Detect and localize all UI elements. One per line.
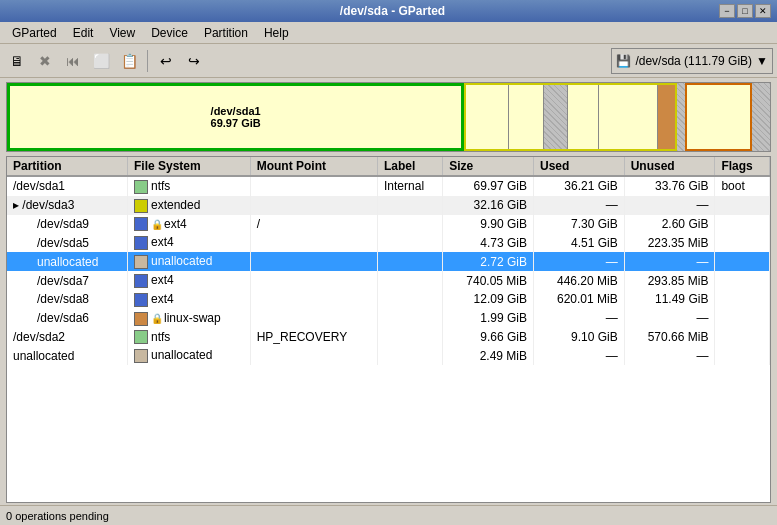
table-row[interactable]: /dev/sda1ntfsInternal69.97 GiB36.21 GiB3… — [7, 176, 770, 196]
cell-used: — — [533, 346, 624, 365]
col-header-label: Label — [378, 157, 443, 176]
cell-unused: 2.60 GiB — [624, 215, 715, 234]
disk-visual-unalloc-end — [752, 83, 770, 151]
cell-mountpoint — [250, 271, 377, 290]
cell-flags — [715, 233, 770, 252]
cell-unused: — — [624, 346, 715, 365]
cell-flags — [715, 328, 770, 347]
cell-partition: /dev/sda8 — [7, 290, 127, 309]
menu-item-edit[interactable]: Edit — [65, 24, 102, 42]
table-row[interactable]: /dev/sda5ext44.73 GiB4.51 GiB223.35 MiB — [7, 233, 770, 252]
cell-label: Internal — [378, 176, 443, 196]
cell-unused: 223.35 MiB — [624, 233, 715, 252]
cell-filesystem: 🔒ext4 — [127, 215, 250, 234]
cell-mountpoint: / — [250, 215, 377, 234]
cell-unused: — — [624, 196, 715, 215]
cell-label — [378, 290, 443, 309]
col-header-mountpoint: Mount Point — [250, 157, 377, 176]
close-button[interactable]: ✕ — [755, 4, 771, 18]
table-header-row: Partition File System Mount Point Label … — [7, 157, 770, 176]
disk-visual: /dev/sda1 69.97 GiB — [6, 82, 771, 152]
cell-unused: — — [624, 309, 715, 328]
cell-unused: 33.76 GiB — [624, 176, 715, 196]
table-body: /dev/sda1ntfsInternal69.97 GiB36.21 GiB3… — [7, 176, 770, 365]
titlebar-buttons[interactable]: − □ ✕ — [719, 4, 771, 18]
fs-color-icon — [134, 293, 148, 307]
menu-item-help[interactable]: Help — [256, 24, 297, 42]
maximize-button[interactable]: □ — [737, 4, 753, 18]
cell-mountpoint — [250, 290, 377, 309]
cell-used: 9.10 GiB — [533, 328, 624, 347]
table-row[interactable]: unallocatedunallocated2.72 GiB—— — [7, 252, 770, 271]
toolbar-separator-1 — [147, 50, 148, 72]
fs-color-icon — [134, 199, 148, 213]
cell-partition: /dev/sda6 — [7, 309, 127, 328]
redo-button[interactable]: ↪ — [181, 48, 207, 74]
disk-visual-sda5[interactable] — [509, 85, 544, 149]
cell-mountpoint: HP_RECOVERY — [250, 328, 377, 347]
cell-mountpoint — [250, 196, 377, 215]
delete-button[interactable]: ✖ — [32, 48, 58, 74]
menu-item-gparted[interactable]: GParted — [4, 24, 65, 42]
disk-visual-sda3[interactable] — [464, 83, 677, 151]
undo-button[interactable]: ↩ — [153, 48, 179, 74]
disk-visual-sda7[interactable] — [568, 85, 598, 149]
cell-flags — [715, 252, 770, 271]
cell-used: 446.20 MiB — [533, 271, 624, 290]
minimize-button[interactable]: − — [719, 4, 735, 18]
cell-mountpoint — [250, 346, 377, 365]
cell-partition: /dev/sda2 — [7, 328, 127, 347]
cell-partition: ▸ /dev/sda3 — [7, 196, 127, 215]
fs-color-icon — [134, 217, 148, 231]
col-header-size: Size — [443, 157, 534, 176]
disk-visual-sda1[interactable]: /dev/sda1 69.97 GiB — [7, 83, 464, 151]
disk-visual-sda6[interactable] — [658, 85, 675, 149]
device-selector[interactable]: 💾 /dev/sda (111.79 GiB) ▼ — [611, 48, 773, 74]
fs-color-icon — [134, 180, 148, 194]
col-header-used: Used — [533, 157, 624, 176]
cell-partition: /dev/sda9 — [7, 215, 127, 234]
disk-visual-unalloc-inner[interactable] — [544, 85, 568, 149]
disk-visual-sda2[interactable] — [685, 83, 752, 151]
menu-item-device[interactable]: Device — [143, 24, 196, 42]
copy-button[interactable]: ⬜ — [88, 48, 114, 74]
table-row[interactable]: /dev/sda9🔒ext4/9.90 GiB7.30 GiB2.60 GiB — [7, 215, 770, 234]
cell-flags — [715, 309, 770, 328]
lock-icon: 🔒 — [151, 313, 163, 324]
disk-visual-sda9[interactable] — [466, 85, 509, 149]
cell-used: — — [533, 309, 624, 328]
col-header-unused: Unused — [624, 157, 715, 176]
paste-button[interactable]: 📋 — [116, 48, 142, 74]
undo-all-button[interactable]: ⏮ — [60, 48, 86, 74]
cell-used: 4.51 GiB — [533, 233, 624, 252]
cell-size: 1.99 GiB — [443, 309, 534, 328]
cell-filesystem: extended — [127, 196, 250, 215]
cell-partition: unallocated — [7, 346, 127, 365]
new-partition-table-button[interactable]: 🖥 — [4, 48, 30, 74]
menu-item-view[interactable]: View — [101, 24, 143, 42]
cell-filesystem: ntfs — [127, 176, 250, 196]
cell-partition: unallocated — [7, 252, 127, 271]
cell-size: 4.73 GiB — [443, 233, 534, 252]
cell-partition: /dev/sda1 — [7, 176, 127, 196]
fs-color-icon — [134, 236, 148, 250]
cell-used: — — [533, 196, 624, 215]
disk-visual-sda8[interactable] — [599, 85, 659, 149]
menu-item-partition[interactable]: Partition — [196, 24, 256, 42]
fs-color-icon — [134, 349, 148, 363]
table-row[interactable]: ▸ /dev/sda3extended32.16 GiB—— — [7, 196, 770, 215]
disk-visual-sda1-size: 69.97 GiB — [211, 117, 261, 129]
cell-flags — [715, 290, 770, 309]
status-text: 0 operations pending — [6, 510, 109, 522]
table-row[interactable]: /dev/sda8ext412.09 GiB620.01 MiB11.49 Gi… — [7, 290, 770, 309]
disk-visual-sda1-label: /dev/sda1 — [211, 105, 261, 117]
table-row[interactable]: /dev/sda2ntfsHP_RECOVERY9.66 GiB9.10 GiB… — [7, 328, 770, 347]
table-row[interactable]: /dev/sda7ext4740.05 MiB446.20 MiB293.85 … — [7, 271, 770, 290]
cell-flags — [715, 215, 770, 234]
fs-color-icon — [134, 255, 148, 269]
table-row[interactable]: unallocatedunallocated2.49 MiB—— — [7, 346, 770, 365]
cell-partition: /dev/sda7 — [7, 271, 127, 290]
cell-label — [378, 271, 443, 290]
device-dropdown-icon: ▼ — [756, 54, 768, 68]
table-row[interactable]: /dev/sda6🔒linux-swap1.99 GiB—— — [7, 309, 770, 328]
